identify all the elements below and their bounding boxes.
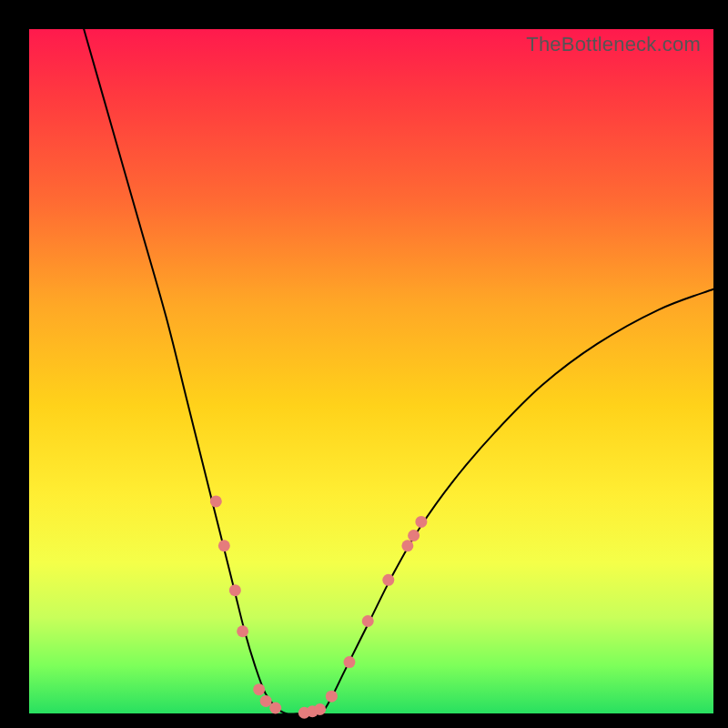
data-point (415, 516, 427, 528)
data-point (382, 574, 394, 586)
data-point (260, 695, 272, 707)
data-point (408, 530, 420, 541)
plot-area: TheBottleneck.com (29, 29, 713, 713)
data-point (401, 540, 413, 551)
chart-svg (29, 29, 713, 713)
data-point (210, 495, 222, 507)
data-point (218, 540, 230, 551)
curve-group (84, 29, 713, 714)
marker-group (210, 495, 428, 718)
data-point (237, 625, 248, 637)
data-point (362, 615, 374, 627)
bottleneck-curve (84, 29, 713, 714)
data-point (253, 683, 265, 695)
data-point (229, 584, 241, 596)
data-point (269, 702, 281, 713)
chart-frame: TheBottleneck.com (0, 0, 728, 728)
data-point (314, 703, 326, 715)
data-point (326, 691, 338, 703)
data-segment (371, 587, 385, 614)
data-segment (392, 550, 406, 573)
data-point (343, 656, 355, 668)
